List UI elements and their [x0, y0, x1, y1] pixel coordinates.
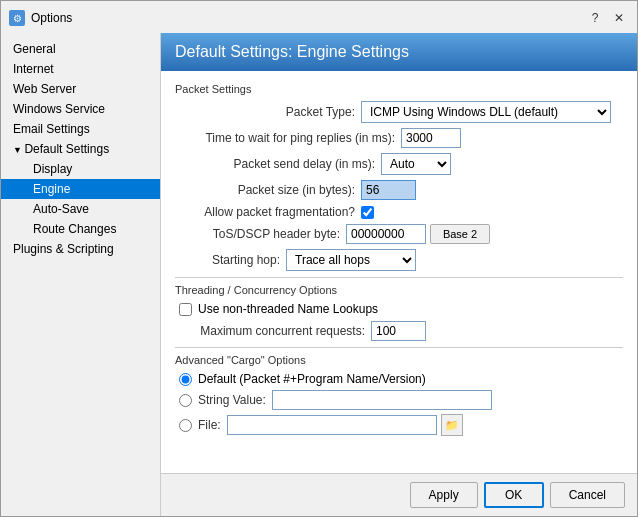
sidebar-item-engine[interactable]: Engine: [1, 179, 160, 199]
fragmentation-row: Allow packet fragmentation?: [175, 205, 623, 219]
delay-row: Packet send delay (in ms): Auto010255010…: [175, 153, 623, 175]
divider1: [175, 277, 623, 278]
tos-group: Base 2: [346, 224, 490, 244]
concurrent-row: Maximum concurrent requests:: [175, 321, 623, 341]
concurrent-label: Maximum concurrent requests:: [175, 324, 365, 338]
wait-time-row: Time to wait for ping replies (in ms):: [175, 128, 623, 148]
radio-string-label: String Value:: [198, 393, 266, 407]
sidebar-item-route-changes[interactable]: Route Changes: [1, 219, 160, 239]
threading-row: Use non-threaded Name Lookups: [175, 302, 623, 316]
file-input[interactable]: [227, 415, 437, 435]
folder-browse-button[interactable]: 📁: [441, 414, 463, 436]
sidebar-item-default-settings[interactable]: Default Settings: [1, 139, 160, 159]
divider2: [175, 347, 623, 348]
window-content: General Internet Web Server Windows Serv…: [1, 33, 637, 516]
size-row: Packet size (in bytes):: [175, 180, 623, 200]
sidebar: General Internet Web Server Windows Serv…: [1, 33, 161, 516]
threading-checkbox[interactable]: [179, 303, 192, 316]
sidebar-item-autosave[interactable]: Auto-Save: [1, 199, 160, 219]
concurrent-input[interactable]: [371, 321, 426, 341]
starting-hop-row: Starting hop: Trace all hops123: [175, 249, 623, 271]
wait-input[interactable]: [401, 128, 461, 148]
sidebar-item-email-settings[interactable]: Email Settings: [1, 119, 160, 139]
options-window: ⚙ Options ? ✕ General Internet Web Serve…: [0, 0, 638, 517]
radio-file[interactable]: [179, 419, 192, 432]
window-icon: ⚙: [9, 10, 25, 26]
sidebar-item-internet[interactable]: Internet: [1, 59, 160, 79]
radio-string-row: String Value:: [175, 390, 623, 410]
threading-label: Use non-threaded Name Lookups: [198, 302, 378, 316]
radio-default[interactable]: [179, 373, 192, 386]
section-cargo: Advanced "Cargo" Options: [175, 354, 623, 366]
tos-input[interactable]: [346, 224, 426, 244]
title-bar: ⚙ Options ? ✕: [1, 1, 637, 33]
main-panel: Default Settings: Engine Settings Packet…: [161, 33, 637, 516]
panel-footer: Apply OK Cancel: [161, 473, 637, 516]
close-button[interactable]: ✕: [609, 8, 629, 28]
tos-row: ToS/DSCP header byte: Base 2: [175, 224, 623, 244]
help-button[interactable]: ?: [585, 8, 605, 28]
delay-label: Packet send delay (in ms):: [175, 157, 375, 171]
sidebar-item-windows-service[interactable]: Windows Service: [1, 99, 160, 119]
wait-label: Time to wait for ping replies (in ms):: [175, 131, 395, 145]
radio-default-row: Default (Packet #+Program Name/Version): [175, 372, 623, 386]
base2-button[interactable]: Base 2: [430, 224, 490, 244]
sidebar-item-general[interactable]: General: [1, 39, 160, 59]
packet-type-label: Packet Type:: [175, 105, 355, 119]
tos-label: ToS/DSCP header byte:: [175, 227, 340, 241]
ok-button[interactable]: OK: [484, 482, 544, 508]
hop-label: Starting hop:: [175, 253, 280, 267]
sidebar-item-webserver[interactable]: Web Server: [1, 79, 160, 99]
radio-file-label: File:: [198, 418, 221, 432]
string-value-input[interactable]: [272, 390, 492, 410]
packet-type-row: Packet Type: ICMP Using Windows DLL (def…: [175, 101, 623, 123]
apply-button[interactable]: Apply: [410, 482, 478, 508]
radio-file-row: File: 📁: [175, 414, 623, 436]
size-input[interactable]: [361, 180, 416, 200]
fragmentation-checkbox[interactable]: [361, 206, 374, 219]
packet-type-select[interactable]: ICMP Using Windows DLL (default)ICMP Raw…: [361, 101, 611, 123]
hop-select[interactable]: Trace all hops123: [286, 249, 416, 271]
sidebar-item-display[interactable]: Display: [1, 159, 160, 179]
section-packet-settings: Packet Settings: [175, 83, 623, 95]
section-threading: Threading / Concurrency Options: [175, 284, 623, 296]
cancel-button[interactable]: Cancel: [550, 482, 625, 508]
window-title: Options: [31, 11, 585, 25]
radio-string[interactable]: [179, 394, 192, 407]
panel-body: Packet Settings Packet Type: ICMP Using …: [161, 71, 637, 473]
title-controls: ? ✕: [585, 8, 629, 28]
fragmentation-label: Allow packet fragmentation?: [175, 205, 355, 219]
size-label: Packet size (in bytes):: [175, 183, 355, 197]
sidebar-item-plugins[interactable]: Plugins & Scripting: [1, 239, 160, 259]
radio-default-label: Default (Packet #+Program Name/Version): [198, 372, 426, 386]
delay-select[interactable]: Auto0102550100: [381, 153, 451, 175]
panel-header: Default Settings: Engine Settings: [161, 33, 637, 71]
